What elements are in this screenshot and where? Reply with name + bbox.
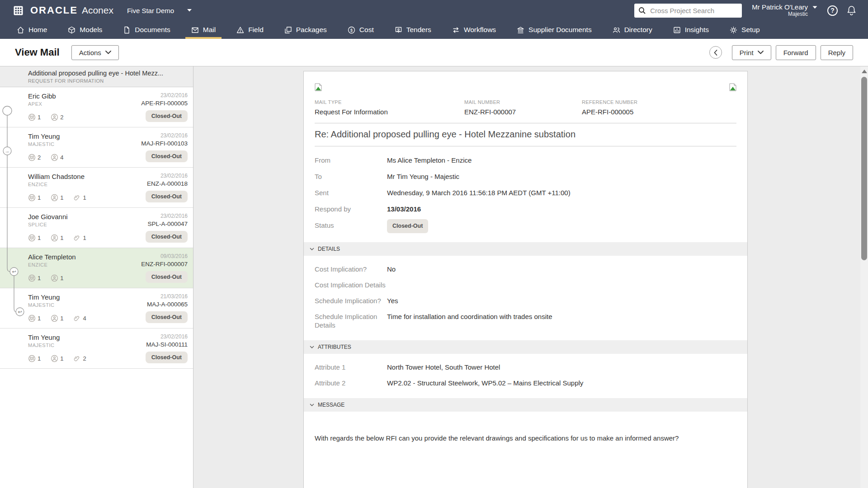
print-label: Print (740, 49, 754, 56)
reply-label: Reply (828, 49, 845, 56)
message-body: With regards the below RFI can you provi… (315, 434, 736, 442)
status-badge: Closed-Out (146, 352, 188, 363)
message-section-header[interactable]: MESSAGE (304, 398, 747, 412)
from-label: From (315, 156, 387, 164)
nav-item-mail[interactable]: Mail (191, 21, 216, 39)
paperclip-icon (73, 355, 81, 362)
person-icon (51, 154, 58, 161)
nav-label: Mail (203, 26, 216, 34)
details-section-header[interactable]: DETAILS (304, 242, 747, 256)
mail-subject: Re: Additional proposed pulling eye - Ho… (315, 123, 736, 146)
attributes-section-header[interactable]: ATTRIBUTES (304, 340, 747, 354)
nav-item-supplier-documents[interactable]: Supplier Documents (517, 21, 592, 39)
mail-date: 23/02/2016 (141, 92, 188, 99)
reference-number-label: REFERENCE NUMBER (582, 99, 736, 105)
nav-item-workflows[interactable]: Workflows (452, 21, 496, 39)
cross-project-search[interactable] (634, 4, 742, 18)
nav-item-insights[interactable]: Insights (673, 21, 709, 39)
nav-item-directory[interactable]: Directory (613, 21, 652, 39)
page-title: View Mail (15, 47, 60, 58)
group-recipients-count: 1 (28, 113, 41, 121)
content-area: Additional proposed pulling eye - Hotel … (0, 66, 868, 488)
group-recipients-count: 1 (28, 194, 41, 202)
nav-item-documents[interactable]: Documents (123, 21, 170, 39)
attribute1-value: North Tower Hotel, South Tower Hotel (387, 363, 500, 371)
thread-title: Additional proposed pulling eye - Hotel … (28, 70, 188, 77)
message-section-label: MESSAGE (318, 402, 344, 408)
person-icon (51, 113, 58, 121)
notifications-bell-icon[interactable] (847, 5, 856, 16)
status-badge: Closed-Out (146, 191, 188, 202)
mail-number: MAJ-RFI-000103 (141, 140, 188, 147)
status-badge: Closed-Out (146, 271, 188, 283)
nav-item-home[interactable]: Home (17, 21, 47, 39)
group-recipients-count: 1 (28, 314, 41, 322)
paperclip-icon (73, 314, 81, 322)
search-input[interactable] (649, 6, 733, 15)
schedule-implication-details-label: Schedule Implication Details (315, 312, 387, 329)
mail-thread-item-4[interactable]: Joe Giovanni SPLICE 23/02/2016 SPL-A-000… (0, 208, 193, 248)
mail-thread-item-3[interactable]: William Chadstone ENZICE 23/02/2016 ENZ-… (0, 168, 193, 208)
attachments-count: 2 (73, 355, 86, 362)
scrollbar-up-arrow[interactable] (862, 70, 867, 73)
workflows-icon (452, 26, 460, 34)
active-tab-underline (185, 37, 222, 39)
mail-thread-item-7[interactable]: Tim Yeung MAJESTIC 23/02/2016 MAJ-SI-000… (0, 328, 193, 369)
vertical-scrollbar[interactable] (860, 66, 868, 488)
mail-thread-item-1[interactable]: Eric Gibb APEX 23/02/2016 APE-RFI-000005… (0, 87, 193, 127)
nav-label: Cost (359, 26, 374, 34)
to-value: Mr Tim Yeung - Majestic (387, 172, 459, 181)
attachments-count: 4 (73, 314, 86, 322)
mail-envelope-icon (191, 26, 199, 34)
mail-thread-item-5-selected[interactable]: Alice Templeton ENZICE 09/03/2016 ENZ-RF… (0, 248, 193, 288)
status-badge: Closed-Out (146, 150, 188, 162)
group-icon (28, 154, 36, 161)
status-badge: Closed-Out (146, 311, 188, 323)
mail-number: ENZ-A-000018 (147, 180, 188, 187)
help-button[interactable]: ? (827, 5, 838, 16)
broken-image-icon (315, 83, 322, 91)
nav-item-packages[interactable]: Packages (284, 21, 327, 39)
chevron-down-icon (105, 51, 111, 54)
project-selector[interactable]: Five Star Demo (127, 7, 192, 14)
group-icon (28, 314, 36, 322)
search-icon (638, 7, 646, 14)
forward-label: Forward (783, 49, 808, 56)
mail-type-label: MAIL TYPE (315, 99, 464, 105)
group-recipients-count: 1 (28, 355, 41, 362)
directory-people-icon (613, 26, 620, 34)
print-button[interactable]: Print (732, 45, 771, 60)
sent-label: Sent (315, 188, 387, 197)
nav-item-setup[interactable]: Setup (730, 21, 760, 39)
paperclip-icon (73, 194, 81, 202)
group-icon (28, 113, 36, 121)
schedule-implication-value: Yes (387, 296, 398, 305)
attribute2-value: WP2.02 - Structural Steelwork, WP5.02 – … (387, 379, 583, 387)
mail-thread-item-6[interactable]: Tim Yeung MAJESTIC 21/03/2016 MAJ-A-0000… (0, 288, 193, 328)
actions-button[interactable]: Actions (71, 45, 119, 60)
reply-button[interactable]: Reply (821, 45, 853, 60)
status-badge: Closed-Out (146, 110, 188, 122)
schedule-implication-label: Schedule Implication? (315, 296, 387, 305)
nav-label: Packages (296, 26, 327, 34)
mail-thread-item-2[interactable]: Tim Yeung MAJESTIC 23/02/2016 MAJ-RFI-00… (0, 127, 193, 168)
mail-date: 21/03/2016 (147, 293, 188, 300)
mail-number: APE-RFI-000005 (141, 100, 188, 107)
nav-item-field[interactable]: Field (236, 21, 264, 39)
nav-item-models[interactable]: Models (68, 21, 102, 39)
person-recipients-count: 1 (51, 234, 63, 242)
group-recipients-count: 1 (28, 234, 41, 242)
from-value: Ms Alice Templeton - Enzice (387, 156, 472, 164)
nav-item-cost[interactable]: $ Cost (348, 21, 374, 39)
broken-image-icon (729, 83, 736, 91)
attachments-count: 1 (73, 234, 86, 242)
mail-date: 23/02/2016 (141, 132, 188, 139)
app-launcher-icon[interactable] (14, 6, 23, 15)
details-section-label: DETAILS (318, 246, 340, 252)
nav-label: Workflows (464, 26, 496, 34)
forward-button[interactable]: Forward (776, 45, 816, 60)
user-menu[interactable]: Mr Patrick O'Leary Majestic (752, 3, 817, 17)
scrollbar-thumb[interactable] (861, 77, 867, 260)
nav-item-tenders[interactable]: Tenders (395, 21, 431, 39)
back-button[interactable] (709, 46, 722, 59)
